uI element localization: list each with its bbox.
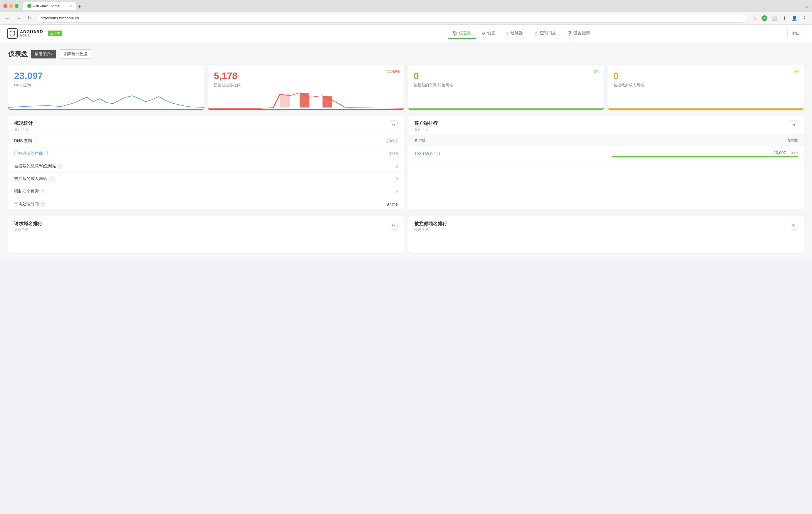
adguard-toolbar-icon[interactable]: A bbox=[760, 14, 768, 22]
log-icon: 📄 bbox=[533, 31, 539, 35]
domain-ranking-panel: 请求域名排行 最近 7 天 ↻ bbox=[8, 216, 404, 252]
stats-cards: 23,097 DNS 查询 22.42% 5,178 已被过滤器拦截 bbox=[8, 65, 804, 110]
adult-card: 0% 0 被拦截的成人网站 bbox=[608, 65, 804, 110]
client-stats: 23,097 100% bbox=[612, 150, 798, 157]
adult-number: 0 bbox=[613, 70, 798, 81]
settings-icon: ⚙ bbox=[482, 31, 486, 35]
client-table-header: 客户端 请求数 bbox=[408, 135, 804, 146]
help-icon[interactable]: ? bbox=[58, 164, 63, 169]
chevron-down-icon[interactable]: ⌄ bbox=[805, 3, 809, 9]
malicious-label: 被拦截的恶意/钓鱼网站 bbox=[414, 83, 598, 88]
shield-logo-icon bbox=[9, 31, 15, 36]
extensions-icon[interactable]: ⬜ bbox=[770, 14, 779, 22]
browser-titlebar: AdGuard Home × + ⌄ bbox=[0, 0, 812, 12]
client-bar-container bbox=[612, 156, 798, 157]
overview-panel: 概况统计 最近 7 天 ↻ DNS 查询 ? 23097 bbox=[8, 116, 404, 210]
disable-protection-button[interactable]: 禁用保护 ▾ bbox=[31, 50, 56, 58]
clients-title: 客户端排行 bbox=[414, 120, 789, 127]
overview-dns-value: 23097 bbox=[386, 139, 398, 143]
overview-safe-search-value: 0 bbox=[396, 189, 398, 194]
tab-close-button[interactable]: × bbox=[70, 4, 72, 8]
overview-dns-label: DNS 查询 ? bbox=[14, 138, 386, 144]
star-icon[interactable]: ☆ bbox=[750, 14, 758, 22]
tab-title: AdGuard Home bbox=[33, 4, 60, 8]
svg-rect-0 bbox=[280, 94, 290, 108]
overview-row-filtered: 已被过滤器拦截 ? 5178 bbox=[8, 147, 404, 160]
domain-ranking-subtitle: 最近 7 天 bbox=[14, 228, 389, 233]
top-nav: ADGUARD HOME 启用中 🏠 仪表盘 ⚙ 设置 ▽ 过滤器 bbox=[0, 25, 812, 42]
overview-row-malicious: 被拦截的恶意/钓鱼网站 ? 0 bbox=[8, 160, 404, 173]
domain-ranking-content bbox=[8, 235, 404, 252]
blocked-domain-header: 被拦截域名排行 最近 7 天 ↻ bbox=[408, 216, 804, 235]
malicious-card: 0% 0 被拦截的恶意/钓鱼网站 bbox=[408, 65, 604, 110]
dns-queries-number: 23,097 bbox=[14, 70, 199, 81]
help-icon[interactable]: ? bbox=[49, 177, 54, 181]
filtered-label: 已被过滤器拦截 bbox=[214, 83, 398, 88]
blocked-domain-title: 被拦截域名排行 bbox=[414, 221, 789, 227]
maximize-traffic-light[interactable] bbox=[15, 4, 19, 8]
guide-icon: ❓ bbox=[567, 31, 572, 35]
malicious-chart bbox=[408, 91, 604, 109]
back-button[interactable]: ← bbox=[3, 14, 12, 22]
brand-sub: HOME bbox=[20, 34, 43, 37]
dns-queries-card: 23,097 DNS 查询 bbox=[8, 65, 204, 110]
overview-avg-time-value: 97 ms bbox=[387, 202, 398, 207]
clients-panel-header: 客户端排行 最近 7 天 ↻ bbox=[408, 116, 804, 134]
blocked-domain-refresh-button[interactable]: ↻ bbox=[789, 221, 798, 230]
help-icon[interactable]: ? bbox=[34, 139, 38, 143]
client-percent: 100% bbox=[789, 151, 798, 155]
blocked-domain-panel: 被拦截域名排行 最近 7 天 ↻ bbox=[408, 216, 804, 252]
logout-button[interactable]: 登出 bbox=[787, 29, 805, 38]
address-bar[interactable]: https://dns.binhome.cn bbox=[36, 14, 747, 23]
overview-refresh-button[interactable]: ↻ bbox=[389, 120, 398, 129]
nav-filters[interactable]: ▽ 过滤器 bbox=[501, 28, 528, 39]
traffic-lights bbox=[3, 4, 19, 8]
domain-ranking-title: 请求域名排行 bbox=[14, 221, 389, 227]
nav-dashboard[interactable]: 🏠 仪表盘 bbox=[448, 28, 476, 39]
filtered-chart bbox=[208, 91, 404, 109]
active-tab[interactable]: AdGuard Home × bbox=[23, 2, 76, 10]
browser-tabs: AdGuard Home × + bbox=[23, 2, 800, 10]
nav-setup-guide[interactable]: ❓ 设置指南 bbox=[562, 28, 594, 39]
forward-button[interactable]: → bbox=[15, 14, 23, 22]
clients-subtitle: 最近 7 天 bbox=[414, 127, 789, 132]
help-icon[interactable]: ? bbox=[40, 202, 45, 207]
filtered-percent: 22.42% bbox=[387, 69, 400, 74]
dns-queries-chart bbox=[8, 91, 204, 109]
overview-panel-header: 概况统计 最近 7 天 ↻ bbox=[8, 116, 404, 134]
overview-filtered-label[interactable]: 已被过滤器拦截 ? bbox=[14, 151, 389, 156]
profile-icon[interactable]: 👤 bbox=[790, 14, 799, 22]
clients-refresh-button[interactable]: ↻ bbox=[789, 120, 798, 129]
new-tab-button[interactable]: + bbox=[78, 4, 81, 10]
domain-ranking-refresh-button[interactable]: ↻ bbox=[389, 221, 398, 230]
clients-title-group: 客户端排行 最近 7 天 bbox=[414, 120, 789, 132]
overview-safe-search-label: 强制安全搜索 ? bbox=[14, 189, 396, 194]
help-icon[interactable]: ? bbox=[45, 151, 49, 156]
client-col-header: 客户端 bbox=[414, 138, 606, 143]
home-icon: 🏠 bbox=[453, 31, 457, 35]
menu-icon[interactable]: ⋮ bbox=[800, 14, 809, 22]
refresh-stats-button[interactable]: 刷新统计数据 bbox=[60, 49, 91, 59]
dns-queries-label: DNS 查询 bbox=[14, 83, 199, 88]
overview-title-group: 概况统计 最近 7 天 bbox=[14, 120, 389, 132]
blocked-domain-subtitle: 最近 7 天 bbox=[414, 228, 789, 233]
nav-settings[interactable]: ⚙ 设置 bbox=[477, 28, 500, 39]
minimize-traffic-light[interactable] bbox=[9, 4, 13, 8]
malicious-number: 0 bbox=[414, 70, 598, 81]
filter-icon: ▽ bbox=[506, 31, 509, 35]
brand-text: ADGUARD HOME bbox=[20, 29, 43, 37]
help-icon[interactable]: ? bbox=[40, 189, 45, 194]
brand-name: ADGUARD bbox=[20, 29, 43, 34]
malicious-percent: 0% bbox=[594, 69, 599, 74]
close-traffic-light[interactable] bbox=[3, 4, 7, 8]
bottom-panels: 请求域名排行 最近 7 天 ↻ 被拦截域名排行 最近 7 天 ↻ bbox=[8, 216, 804, 252]
refresh-button[interactable]: ↻ bbox=[26, 14, 33, 22]
app-content: ADGUARD HOME 启用中 🏠 仪表盘 ⚙ 设置 ▽ 过滤器 bbox=[0, 25, 812, 260]
download-icon[interactable]: ⬇ bbox=[780, 14, 788, 22]
overview-title: 概况统计 bbox=[14, 120, 389, 127]
overview-avg-time-label: 平均处理时间 ? bbox=[14, 202, 387, 207]
nav-query-log[interactable]: 📄 查询日志 bbox=[529, 28, 561, 39]
requests-col-header: 请求数 bbox=[606, 138, 798, 143]
client-menu-button[interactable]: ⋮ bbox=[600, 151, 612, 157]
client-name[interactable]: 192.168.0.111 bbox=[414, 152, 600, 156]
